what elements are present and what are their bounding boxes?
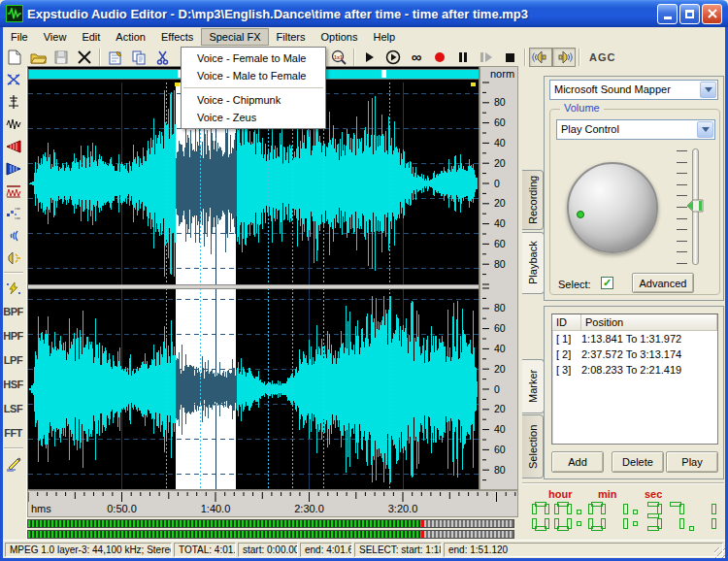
loop-button[interactable]: ∞ [405, 48, 428, 67]
column-id[interactable]: ID [552, 314, 581, 330]
volume-control-select[interactable]: Play Control [556, 119, 715, 140]
add-button[interactable]: Add [551, 451, 604, 473]
marker-row[interactable]: [ 3]2:08.233 To 2:21.419 [552, 362, 717, 378]
properties-button[interactable] [104, 48, 127, 67]
fade-out-icon [6, 162, 21, 176]
tab-label: Playback [527, 242, 539, 285]
menu-item-voice-zeus[interactable]: Voice - Zeus [182, 109, 325, 126]
progress-fill [28, 531, 424, 538]
time-ruler[interactable]: hms0:50.01:40.02:30.03:20.0 [27, 490, 518, 517]
menu-edit[interactable]: Edit [74, 28, 108, 46]
pause-button[interactable] [451, 48, 475, 67]
play-all-button[interactable] [381, 48, 405, 67]
reverb-tool[interactable] [2, 224, 25, 247]
slider-thumb[interactable] [686, 199, 705, 214]
new-file-icon [8, 50, 21, 65]
filter-tool-hpf[interactable]: HPF [3, 323, 23, 347]
svg-text:20: 20 [494, 403, 506, 414]
tab-playback[interactable]: Playback [522, 232, 545, 294]
tools-separator [4, 272, 23, 274]
speaker-right-button[interactable] [552, 48, 576, 67]
title-bar[interactable]: Expstudio Audio Editor - D:\mp3\English.… [0, 0, 728, 27]
play-button[interactable] [358, 48, 381, 67]
fade-out-tool[interactable] [2, 157, 25, 180]
chevron-down-icon[interactable] [697, 121, 713, 138]
edit-draw-tool[interactable] [2, 452, 25, 475]
device-select[interactable]: Microsoft Sound Mapper [549, 80, 718, 100]
filter-tool-bpf[interactable]: BPF [3, 299, 23, 323]
maximize-button[interactable] [679, 4, 700, 24]
tab-recording[interactable]: Recording [522, 170, 544, 230]
menu-special-fx[interactable]: Special FX [201, 28, 268, 46]
progress-bar-right[interactable] [27, 530, 514, 539]
resample-tool[interactable] [2, 68, 25, 90]
play-icon [364, 51, 376, 63]
tab-selection[interactable]: Selection [522, 414, 544, 478]
menu-filters[interactable]: Filters [269, 28, 314, 46]
progress-bar-left[interactable] [27, 519, 514, 528]
svg-text:0:50.0: 0:50.0 [107, 503, 137, 514]
insert-silence-tool[interactable] [2, 90, 25, 113]
echo-pixels-icon [6, 207, 21, 220]
svg-text:3:20.0: 3:20.0 [388, 503, 418, 514]
menu-options[interactable]: Options [314, 28, 366, 46]
clock-label-min: min [598, 488, 617, 500]
filter-tool-lpf[interactable]: LPF [4, 347, 22, 372]
clock-digit [611, 502, 628, 531]
fft-filter-tool[interactable] [2, 277, 25, 299]
status-panel-3: end: 4:01.633 [300, 543, 352, 557]
marker-list[interactable]: ID Position [ 1]1:13.841 To 1:31.972[ 2]… [551, 314, 718, 445]
save-button[interactable] [50, 48, 73, 67]
fade-in-tool[interactable] [2, 135, 25, 157]
marker-list-header[interactable]: ID Position [552, 314, 717, 331]
envelope-tool[interactable] [2, 180, 25, 202]
stop-icon [505, 52, 515, 63]
menu-item-voice-female-to-male[interactable]: Voice - Female to Male [182, 50, 325, 67]
pause-play-button[interactable] [475, 48, 498, 67]
filter-tool-hsf[interactable]: HSF [3, 372, 23, 396]
noise-tool[interactable] [2, 113, 25, 135]
cut-button[interactable] [150, 48, 174, 67]
menu-effects[interactable]: Effects [153, 28, 201, 46]
advanced-button[interactable]: Advanced [632, 273, 694, 293]
waveform-display[interactable] [27, 66, 480, 490]
marker-row[interactable]: [ 1]1:13.841 To 1:31.972 [552, 331, 717, 346]
zoom-1x1-button[interactable]: 1x1 [327, 48, 350, 67]
menu-help[interactable]: Help [365, 28, 403, 46]
echo-tool[interactable] [2, 202, 25, 224]
speaker-fx-tool[interactable] [2, 247, 25, 269]
copy-button[interactable] [127, 48, 150, 67]
delete-button[interactable] [73, 48, 96, 67]
filter-tool-fft[interactable]: FFT [4, 420, 22, 445]
menu-item-voice-chipmunk[interactable]: Voice - Chipmunk [182, 91, 325, 109]
agc-button[interactable]: AGC [583, 51, 621, 63]
status-panel-5: end: 1:51.120 [444, 543, 723, 557]
svg-text:hms: hms [31, 503, 51, 514]
svg-text:2:30.0: 2:30.0 [294, 503, 324, 514]
device-select-value: Microsoft Sound Mapper [554, 83, 671, 95]
speaker-left-button[interactable] [529, 48, 552, 67]
record-button[interactable] [428, 48, 451, 67]
menu-action[interactable]: Action [108, 28, 153, 46]
select-checkbox[interactable]: ✓ [601, 277, 613, 289]
volume-knob[interactable] [567, 162, 658, 253]
close-button[interactable] [702, 4, 722, 24]
column-position[interactable]: Position [581, 314, 717, 330]
chevron-down-icon[interactable] [700, 82, 716, 98]
menu-file[interactable]: File [3, 28, 36, 46]
properties-icon [109, 50, 123, 65]
svg-text:norm: norm [490, 68, 514, 80]
status-panel-0: MPEG 1.0 layer-3: 44,100 kHz; Stereo; 12… [5, 543, 172, 557]
filter-tool-lsf[interactable]: LSF [4, 396, 22, 420]
delete-button[interactable]: Delete [612, 451, 664, 473]
stop-button[interactable] [498, 48, 521, 67]
minimize-button[interactable] [657, 4, 678, 24]
menu-item-voice-male-to-female[interactable]: Voice - Male to Female [182, 67, 325, 84]
menu-view[interactable]: View [36, 28, 75, 46]
play-marker-button[interactable]: Play [666, 451, 718, 473]
open-button[interactable] [26, 48, 50, 67]
marker-row[interactable]: [ 2]2:37.572 To 3:13.174 [552, 346, 717, 362]
new-button[interactable] [3, 48, 26, 67]
tab-marker[interactable]: Marker [522, 359, 545, 413]
fade-in-icon [6, 140, 21, 153]
